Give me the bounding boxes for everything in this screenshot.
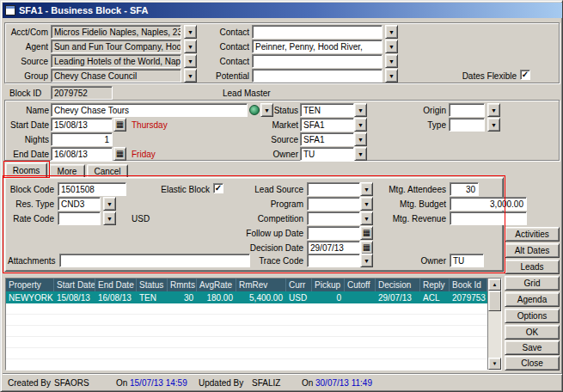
scroll-track[interactable] — [488, 311, 501, 358]
agent-field[interactable]: Sun and Fun Tour Company, Hood Ri — [51, 40, 181, 53]
end-date-calendar-button[interactable]: ▦ — [113, 147, 126, 161]
follow-up-calendar-button[interactable]: ▦ — [360, 226, 373, 240]
grid-header-cell: Status — [137, 279, 168, 291]
chevron-down-icon: ▼ — [389, 29, 395, 35]
created-on-label: On — [116, 378, 127, 388]
tab-cancel[interactable]: Cancel — [87, 164, 128, 178]
nights-field[interactable]: 1 — [51, 132, 113, 146]
tab-more[interactable]: More — [49, 164, 85, 178]
grid-row-selected[interactable]: NEWYORK 15/08/13 16/08/13 TEN 30 180.00 … — [6, 291, 487, 303]
status-field[interactable]: TEN — [300, 103, 354, 117]
check-icon: ✓ — [522, 70, 529, 79]
block-code-field[interactable]: 1501508 — [58, 182, 126, 196]
agent-dropdown-button[interactable]: ▼ — [184, 40, 197, 53]
start-date-calendar-button[interactable]: ▦ — [113, 118, 126, 132]
potential-dropdown-button[interactable]: ▼ — [385, 69, 398, 83]
decision-date-calendar-button[interactable]: ▦ — [360, 241, 373, 254]
acct-com-field[interactable]: Micros Fidelio Naples, Naples, 239-6 — [51, 25, 181, 39]
app-icon — [5, 5, 15, 15]
mtg-revenue-field[interactable] — [450, 211, 527, 225]
start-day-name: Thursday — [132, 120, 183, 131]
attachments-field[interactable] — [59, 254, 250, 267]
save-button[interactable]: Save — [505, 340, 560, 355]
potential-field[interactable] — [252, 69, 382, 83]
res-type-dropdown-button[interactable]: ▼ — [103, 197, 116, 211]
type-dropdown-button[interactable]: ▼ — [487, 118, 500, 132]
origin-dropdown-button[interactable]: ▼ — [487, 103, 500, 117]
grid-cell: 30 — [168, 293, 197, 303]
contact3-dropdown-button[interactable]: ▼ — [385, 54, 398, 68]
owner-field[interactable]: TU — [300, 147, 354, 161]
scroll-down-button[interactable]: ▼ — [488, 358, 501, 370]
competition-dropdown-button[interactable]: ▼ — [360, 211, 373, 225]
market-field[interactable]: SFA1 — [300, 118, 354, 132]
name-field[interactable]: Chevy Chase Tours — [51, 103, 248, 117]
source-field[interactable]: SFA1 — [300, 132, 354, 146]
source-dropdown-button[interactable]: ▼ — [354, 132, 367, 146]
updated-by-value: SFALIZ — [252, 378, 280, 388]
grid-header-cell: RmRev — [236, 279, 286, 291]
rate-code-dropdown-button[interactable]: ▼ — [103, 211, 116, 225]
lead-source-field[interactable] — [307, 182, 360, 196]
grid-empty-row — [6, 359, 487, 370]
grid-scrollbar[interactable]: ▲ ▼ — [487, 279, 501, 370]
title-bar[interactable]: SFA1 - Business Block - SFA — [3, 3, 562, 18]
contact3-field[interactable] — [252, 54, 382, 68]
ok-button[interactable]: OK — [505, 325, 560, 340]
chevron-down-icon: ▼ — [187, 29, 193, 35]
scroll-up-button[interactable]: ▲ — [488, 279, 501, 291]
contact1-field[interactable] — [252, 25, 382, 39]
decision-date-field[interactable]: 29/07/13 — [307, 241, 360, 254]
status-dropdown-button[interactable]: ▼ — [354, 103, 367, 117]
res-type-label: Res. Type — [4, 199, 54, 210]
scroll-thumb[interactable] — [488, 291, 501, 311]
group-field[interactable]: Chevy Chase Council — [51, 69, 181, 83]
contact1-dropdown-button[interactable]: ▼ — [385, 25, 398, 39]
follow-up-date-field[interactable] — [307, 226, 360, 240]
rate-code-field[interactable] — [58, 211, 101, 225]
chevron-down-icon: ▼ — [491, 122, 497, 128]
dates-flexible-checkbox[interactable]: ✓ — [520, 70, 530, 80]
tab-rooms[interactable]: Rooms — [5, 162, 47, 178]
lead-source-dropdown-button[interactable]: ▼ — [360, 182, 373, 196]
alt-dates-button[interactable]: Alt Dates — [505, 243, 560, 258]
rooms-owner-field[interactable]: TU — [450, 254, 484, 267]
source-acct-field[interactable]: Leading Hotels of the World, Naples, — [51, 54, 181, 68]
start-date-field[interactable]: 15/08/13 — [51, 118, 113, 132]
chevron-down-icon: ▼ — [358, 107, 364, 113]
grid-button[interactable]: Grid — [505, 276, 560, 291]
source-acct-dropdown-button[interactable]: ▼ — [184, 54, 197, 68]
leads-button[interactable]: Leads — [505, 260, 560, 274]
group-dropdown-button[interactable]: ▼ — [184, 69, 197, 83]
contact2-dropdown-button[interactable]: ▼ — [385, 40, 398, 53]
end-date-field[interactable]: 16/08/13 — [51, 147, 113, 161]
contact2-field[interactable]: Peinner, Penny, Hood River, — [252, 40, 382, 53]
status-label: Status — [267, 106, 298, 116]
owner-dropdown-button[interactable]: ▼ — [354, 147, 367, 161]
program-field[interactable] — [307, 197, 360, 211]
type-field[interactable] — [449, 118, 485, 132]
res-type-field[interactable]: CND3 — [58, 197, 101, 211]
check-icon: ✓ — [215, 184, 222, 193]
market-dropdown-button[interactable]: ▼ — [354, 118, 367, 132]
acct-com-label: Acct/Com — [3, 28, 48, 38]
mtg-budget-field[interactable]: 3,000.00 — [450, 197, 527, 211]
options-button[interactable]: Options — [505, 309, 560, 323]
acct-com-dropdown-button[interactable]: ▼ — [184, 25, 197, 39]
globe-icon[interactable] — [249, 105, 260, 115]
elastic-block-checkbox[interactable]: ✓ — [213, 183, 223, 193]
competition-field[interactable] — [307, 211, 360, 225]
chevron-down-icon: ▼ — [358, 137, 364, 143]
activities-button[interactable]: Activities — [505, 227, 560, 242]
chevron-down-icon: ▼ — [187, 58, 193, 64]
origin-field[interactable] — [449, 103, 485, 117]
tab-label: More — [58, 167, 77, 176]
attachments-label: Attachments — [8, 256, 59, 266]
close-button[interactable]: Close — [505, 356, 560, 371]
trace-code-field[interactable] — [307, 254, 360, 267]
arrow-down-icon: ▼ — [493, 361, 498, 366]
agenda-button[interactable]: Agenda — [505, 292, 560, 307]
trace-code-dropdown-button[interactable]: ▼ — [360, 254, 373, 267]
mtg-attendees-field[interactable]: 30 — [450, 182, 479, 196]
program-dropdown-button[interactable]: ▼ — [360, 197, 373, 211]
